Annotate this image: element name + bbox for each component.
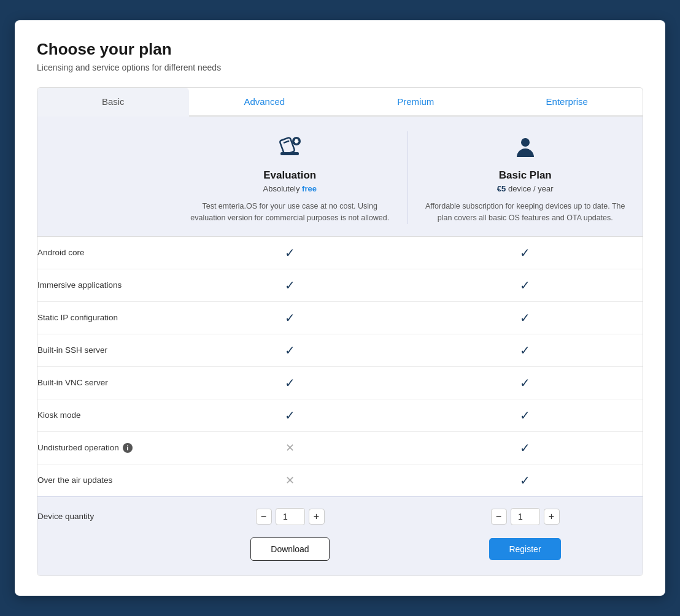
evaluation-plan-description: Test emteria.OS for your use case at no … [185,201,395,224]
basic-plan-description: Affordable subscription for keeping devi… [420,201,631,224]
svg-point-6 [521,138,530,147]
feature-basic-immersive: ✓ [408,269,643,301]
action-row: Download Register [37,537,643,561]
feature-row-ssh: Built-in SSH server ✓ ✓ [37,334,643,367]
feature-row-static-ip: Static IP configuration ✓ ✓ [37,302,643,334]
feature-row-ota: Over the air updates ✕ ✓ [37,464,643,496]
evaluation-qty-input[interactable] [276,508,305,525]
feature-eval-static-ip: ✓ [172,302,408,334]
plans-area: Evaluation Absolutely free Test emteria.… [37,117,643,237]
feature-row-vnc: Built-in VNC server ✓ ✓ [37,367,643,399]
feature-label-vnc: Built-in VNC server [37,368,172,397]
feature-row-android-core: Android core ✓ ✓ [37,237,643,269]
feature-label-immersive: Immersive applications [37,271,172,299]
device-qty-label: Device quantity [37,512,172,521]
basic-qty-input[interactable] [511,508,540,525]
feature-basic-undisturbed: ✓ [408,432,643,464]
evaluation-qty-minus[interactable]: − [256,509,272,525]
device-qty-row: Device quantity − + − + [37,508,643,525]
evaluation-plan-name: Evaluation [263,169,316,182]
tab-premium[interactable]: Premium [340,88,492,115]
basic-plan-name: Basic Plan [499,169,552,182]
plan-basic: Basic Plan €5 device / year Affordable s… [408,131,643,224]
feature-basic-ota: ✓ [408,464,643,496]
page-subtitle: Licensing and service options for differ… [37,63,643,72]
info-icon-undisturbed[interactable]: i [123,443,133,453]
plan-card: Choose your plan Licensing and service o… [15,20,665,596]
page-title: Choose your plan [37,40,643,59]
feature-basic-static-ip: ✓ [408,302,643,334]
main-content: Basic Advanced Premium Enterprise [37,87,643,576]
features-list: Android core ✓ ✓ Immersive applications … [37,237,643,496]
basic-plan-price: €5 device / year [497,184,554,193]
register-button[interactable]: Register [489,538,560,560]
evaluation-icon [274,131,305,162]
svg-rect-5 [295,141,299,142]
feature-basic-ssh: ✓ [408,334,643,366]
tab-enterprise[interactable]: Enterprise [492,88,643,115]
svg-rect-2 [284,141,290,144]
evaluation-qty-plus[interactable]: + [309,509,325,525]
basic-qty-plus[interactable]: + [544,509,560,525]
feature-row-kiosk: Kiosk mode ✓ ✓ [37,399,643,432]
evaluation-plan-price: Absolutely free [263,184,317,193]
feature-label-ssh: Built-in SSH server [37,336,172,364]
feature-label-undisturbed: Undisturbed operation i [37,433,172,463]
evaluation-qty-col: − + [172,508,408,525]
evaluation-action-col: Download [172,537,408,561]
feature-label-kiosk: Kiosk mode [37,401,172,429]
bottom-area: Device quantity − + − + Download [37,496,643,576]
feature-eval-immersive: ✓ [172,269,408,301]
evaluation-price-value: free [302,184,317,193]
feature-eval-ssh: ✓ [172,334,408,366]
feature-label-android-core: Android core [37,238,172,267]
feature-eval-vnc: ✓ [172,367,408,399]
feature-eval-ota: ✕ [172,464,408,496]
feature-eval-android-core: ✓ [172,237,408,269]
feature-label-static-ip: Static IP configuration [37,303,172,332]
tab-advanced[interactable]: Advanced [189,88,341,115]
feature-basic-kiosk: ✓ [408,399,643,431]
feature-eval-undisturbed: ✕ [172,432,408,463]
feature-row-immersive: Immersive applications ✓ ✓ [37,269,643,302]
feature-basic-vnc: ✓ [408,367,643,399]
basic-qty-col: − + [408,508,643,525]
plans-spacer [37,131,172,224]
feature-basic-android-core: ✓ [408,237,643,269]
plan-evaluation: Evaluation Absolutely free Test emteria.… [172,131,408,224]
download-button[interactable]: Download [250,537,329,561]
feature-eval-kiosk: ✓ [172,399,408,431]
basic-qty-minus[interactable]: − [491,509,507,525]
basic-price-value: €5 [497,184,506,193]
feature-label-ota: Over the air updates [37,466,172,495]
basic-plan-icon [510,131,541,162]
tabs-bar: Basic Advanced Premium Enterprise [37,88,643,117]
tab-basic[interactable]: Basic [37,88,189,117]
feature-row-undisturbed: Undisturbed operation i ✕ ✓ [37,432,643,464]
basic-action-col: Register [408,538,643,560]
